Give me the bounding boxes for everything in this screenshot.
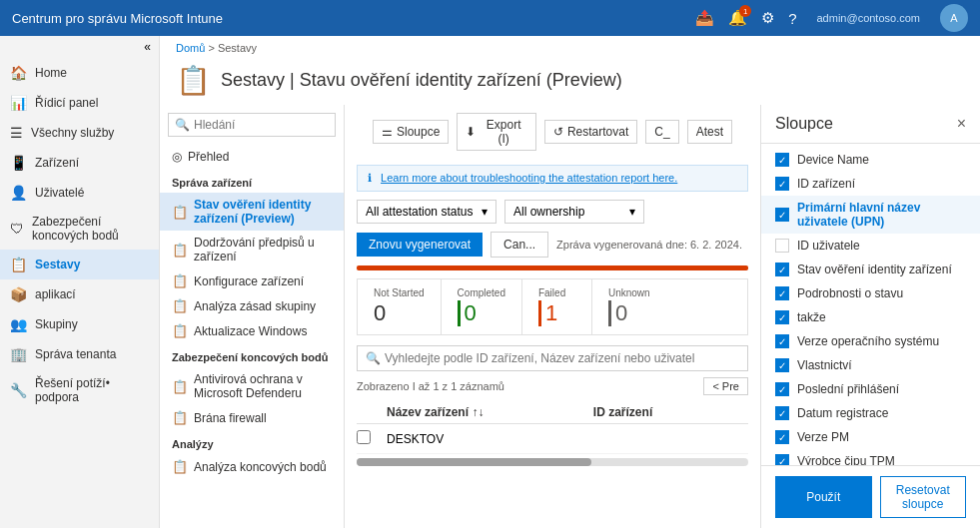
nav-item-label-endpoints: Analýza koncových bodů [194,460,327,474]
sidebar-item-security[interactable]: 🛡 Zabezpečení koncových bodů [0,208,159,250]
sloupce-check-attestation-state[interactable]: ✓ [775,263,789,276]
sloupce-item-device-name[interactable]: ✓ Device Name [761,148,980,172]
sloupce-check-device-id[interactable]: ✓ [775,177,789,191]
sidebar-item-groups[interactable]: 👥 Skupiny [0,309,159,339]
atest-button[interactable]: Atest [687,120,732,144]
sidebar-item-services[interactable]: ☰ Všechny služby [0,118,159,148]
nav-item-policy[interactable]: 📋 Analýza zásad skupiny [160,293,344,318]
c-button[interactable]: C_ [645,120,678,144]
nav-section-devices: Správa zařízení [160,169,344,193]
groups-icon: 👥 [10,316,27,332]
notification-icon[interactable]: 🔔1 [728,9,747,27]
nav-search-input[interactable] [194,118,329,132]
sloupce-item-os-version[interactable]: ✓ Verze operačního systému [761,329,980,353]
sloupce-check-os-version[interactable]: ✓ [775,334,789,348]
sloupce-check-device-name[interactable]: ✓ [775,153,789,167]
columns-label: Sloupce [397,125,440,139]
sidebar-item-dashboard[interactable]: 📊 Řídicí panel [0,88,159,118]
row-check[interactable] [357,430,387,447]
notification-badge: 1 [739,5,751,17]
info-bar[interactable]: ℹ Learn more about troubleshooting the a… [357,165,748,192]
sloupce-check-also[interactable]: ✓ [775,310,789,324]
reset-columns-button[interactable]: Resetovat sloupce [880,476,967,518]
filter2-chevron: ▾ [629,205,635,219]
sloupce-check-details[interactable]: ✓ [775,286,789,300]
sidebar-collapse-btn[interactable]: « [0,36,159,58]
nav-search-box[interactable]: 🔍 [168,113,336,137]
filter1-label: All attestation status [366,205,473,219]
breadcrumb: Domů > Sestavy [160,36,980,60]
devices-icon: 📱 [10,155,27,171]
nav-overview-item[interactable]: ◎ Přehled [160,145,344,169]
sloupce-item-upn[interactable]: ✓ Primární hlavní název uživatele (UPN) [761,196,980,234]
sidebar-item-help[interactable]: 🔧 Řešení potíží• podpora [0,369,159,411]
avatar[interactable]: A [940,4,968,32]
refresh-button[interactable]: Znovu vygenerovat [357,233,483,257]
nav-item-firewall[interactable]: 📋 Brána firewall [160,405,344,430]
sloupce-check-user-id[interactable] [775,239,789,253]
sloupce-check-last-signin[interactable]: ✓ [775,382,789,396]
nav-item-attestation[interactable]: 📋 Stav ověření identity zařízení (Previe… [160,193,344,231]
prev-button[interactable]: < Pre [703,377,748,395]
reset-label: Resetovat sloupce [896,483,950,511]
horizontal-scrollbar[interactable] [357,458,748,466]
use-button[interactable]: Použít [775,476,872,518]
nav-item-compliance[interactable]: 📋 Dodržování předpisů u zařízení [160,231,344,268]
device-search-input[interactable] [385,351,739,365]
sidebar-item-devices[interactable]: 📱 Zařízení [0,148,159,178]
sidebar-item-apps[interactable]: 📦 aplikací [0,279,159,309]
send-icon[interactable]: 📤 [695,9,714,27]
can-button[interactable]: Can... [490,232,548,258]
nav-item-config[interactable]: 📋 Konfigurace zařízení [160,268,344,293]
columns-button[interactable]: ⚌ Sloupce [373,120,449,144]
nav-item-windows[interactable]: 📋 Aktualizace Windows [160,318,344,343]
sloupce-label-os-version: Verze operačního systému [797,334,939,348]
sloupce-item-attestation-state[interactable]: ✓ Stav ověření identity zařízení [761,258,980,281]
nav-item-antivirus[interactable]: 📋 Antivirová ochrana v Microsoft Defende… [160,367,344,405]
columns-icon: ⚌ [382,125,393,139]
sloupce-item-details[interactable]: ✓ Podrobnosti o stavu [761,281,980,305]
sloupce-close-button[interactable]: × [957,115,966,133]
col-header-name[interactable]: Název zařízení ↑↓ [387,405,593,419]
sidebar-item-reports[interactable]: 📋 Sestavy [0,250,159,279]
sloupce-item-also[interactable]: ✓ takže [761,305,980,329]
device-search[interactable]: 🔍 [357,345,748,371]
compliance-icon: 📋 [172,243,188,258]
sloupce-item-tpm-chip[interactable]: ✓ Výrobce čipu TPM [761,449,980,465]
attestation-status-filter[interactable]: All attestation status ▾ [357,200,496,224]
scrollbar-thumb[interactable] [357,458,591,466]
sidebar-item-users[interactable]: 👤 Uživatelé [0,178,159,208]
sloupce-item-device-id[interactable]: ✓ ID zařízení [761,172,980,196]
sloupce-list: ✓ Device Name ✓ ID zařízení ✓ Primární h… [761,144,980,465]
sidebar-item-tenant[interactable]: 🏢 Správa tenanta [0,339,159,369]
sidebar-label-reports: Sestavy [35,258,80,271]
sloupce-item-reg-date[interactable]: ✓ Datum registrace [761,401,980,425]
search-icon: 🔍 [175,118,190,132]
sloupce-check-tpm-chip[interactable]: ✓ [775,454,789,465]
nav-item-endpoints[interactable]: 📋 Analýza koncových bodů [160,454,344,479]
sloupce-item-pm-version[interactable]: ✓ Verze PM [761,425,980,449]
use-label: Použít [806,490,840,504]
action-row: Znovu vygenerovat Can... Zpráva vygenero… [357,232,748,258]
sloupce-item-user-id[interactable]: ID uživatele [761,234,980,258]
sloupce-item-ownership[interactable]: ✓ Vlastnictví [761,353,980,377]
sloupce-item-last-signin[interactable]: ✓ Poslední přihlášení [761,377,980,401]
breadcrumb-home[interactable]: Domů [176,42,205,54]
main-panel: ⚌ Sloupce ⬇ Export (I) ↺ Restartovat C_ [345,105,760,528]
help-icon[interactable]: ? [788,10,796,27]
row-checkbox[interactable] [357,430,371,444]
sidebar-label-dashboard: Řídicí panel [35,96,98,110]
sloupce-check-upn[interactable]: ✓ [775,208,789,222]
sidebar-item-home[interactable]: 🏠 Home [0,58,159,88]
stat-failed-label: Failed [538,287,575,298]
stat-not-started-value: 0 [374,300,425,326]
sloupce-label-upn: Primární hlavní název uživatele (UPN) [797,201,966,229]
report-date: Zpráva vygenerovaná dne: 6. 2. 2024. [556,239,742,251]
sloupce-check-ownership[interactable]: ✓ [775,358,789,372]
sloupce-check-pm-version[interactable]: ✓ [775,430,789,444]
ownership-filter[interactable]: All ownership ▾ [504,200,644,224]
export-button[interactable]: ⬇ Export (I) [457,113,536,151]
settings-icon[interactable]: ⚙ [761,9,774,27]
restart-button[interactable]: ↺ Restartovat [544,120,637,144]
sloupce-check-reg-date[interactable]: ✓ [775,406,789,420]
